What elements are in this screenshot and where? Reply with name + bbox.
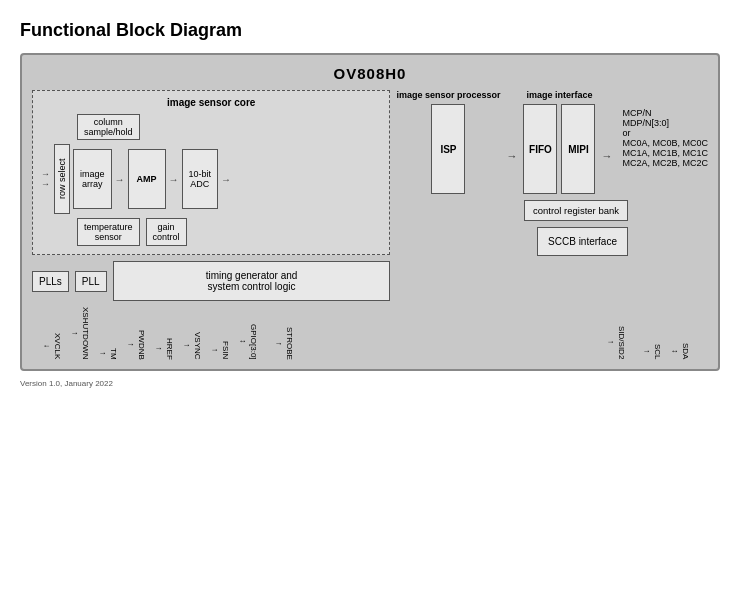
isp-section: image sensor processor ISP xyxy=(396,90,500,194)
signal-xshutdown: ↓ XSHUTDOWN xyxy=(70,307,98,359)
diagram-container: OV808H0 image sensor core columnsample/h… xyxy=(20,53,720,371)
ext-signal-mcp: MCP/N xyxy=(622,108,708,118)
signal-strobe: ↓ STROBE xyxy=(274,327,302,360)
image-sensor-core-box: image sensor core columnsample/hold → → … xyxy=(32,90,390,255)
signal-vsync: ↓ VSYNC xyxy=(182,332,210,360)
row-select-block: row select xyxy=(54,144,70,214)
fifo-block: FIFO xyxy=(523,104,557,194)
signal-href: ↓ HREF xyxy=(154,338,182,360)
isc-label: image sensor core xyxy=(41,97,381,108)
ext-signal-mdp: MDP/N[3:0] xyxy=(622,118,708,128)
ext-signal-mc1: MC1A, MC1B, MC1C xyxy=(622,148,708,158)
page-title: Functional Block Diagram xyxy=(20,20,718,41)
ext-signal-mc2: MC2A, MC2B, MC2C xyxy=(622,158,708,168)
image-array-block: imagearray xyxy=(73,149,112,209)
control-register-bank-block: control register bank xyxy=(524,200,628,221)
image-interface-section: image interface FIFO MIPI xyxy=(523,90,595,194)
signal-pwdnb: ↓ PWDNB xyxy=(126,330,154,360)
adc-block: 10-bitADC xyxy=(182,149,219,209)
isp-block: ISP xyxy=(431,104,465,194)
mipi-to-ext-arrow: → xyxy=(601,90,612,162)
isp-to-fifo-arrow: → xyxy=(506,90,517,162)
gain-control-block: gaincontrol xyxy=(146,218,187,246)
external-signals-right: MCP/N MDP/N[3:0] or MC0A, MC0B, MC0C MC1… xyxy=(618,108,708,168)
signal-scl: ↓ SCL xyxy=(642,344,670,360)
isp-section-label: image sensor processor xyxy=(396,90,500,100)
signal-gpio: ↕ GPIO[3:0] xyxy=(238,324,274,360)
timing-generator-block: timing generator andsystem control logic xyxy=(113,261,391,301)
signal-sda: ↕ SDA xyxy=(670,343,698,359)
chip-name: OV808H0 xyxy=(32,65,708,82)
temperature-sensor-block: temperaturesensor xyxy=(77,218,140,246)
signal-tm: ↓ TM xyxy=(98,348,126,360)
version-text: Version 1.0, January 2022 xyxy=(20,379,718,388)
signal-fsin: ↓ FSIN xyxy=(210,341,238,359)
plls-block: PLLs xyxy=(32,271,69,292)
ext-signal-or: or xyxy=(622,128,708,138)
amp-block: AMP xyxy=(128,149,166,209)
image-interface-label: image interface xyxy=(526,90,592,100)
mipi-block: MIPI xyxy=(561,104,595,194)
ext-signal-mc0: MC0A, MC0B, MC0C xyxy=(622,138,708,148)
sccb-interface-block: SCCB interface xyxy=(537,227,628,256)
signal-xvclk: ↑ XVCLK xyxy=(42,333,70,359)
column-sample-hold-block: columnsample/hold xyxy=(77,114,140,140)
bottom-signals-row: ↑ XVCLK ↓ XSHUTDOWN ↓ TM ↓ PWDNB ↓ HREF … xyxy=(32,307,708,359)
pll-block: PLL xyxy=(75,271,107,292)
signal-sidsid2: ↓ SID/SID2 xyxy=(606,326,642,359)
